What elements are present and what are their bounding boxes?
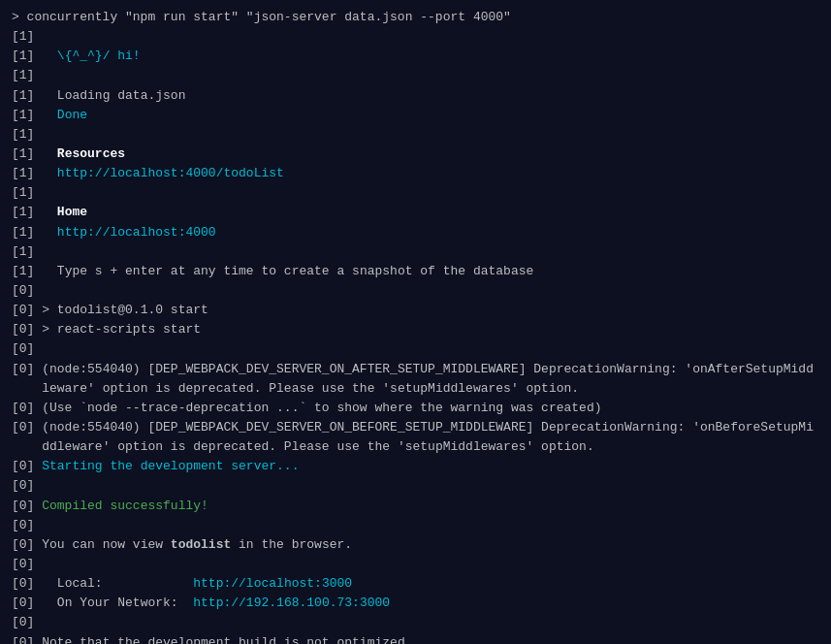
line-prefix: [0] xyxy=(12,555,42,574)
line-prefix: [0] xyxy=(12,360,42,399)
terminal-line: [0] xyxy=(12,613,819,632)
line-content xyxy=(42,476,819,496)
terminal-line: [0] xyxy=(12,281,819,301)
line-prefix: [0] xyxy=(12,535,42,555)
line-content: (node:554040) [DEP_WEBPACK_DEV_SERVER_ON… xyxy=(42,418,819,457)
line-prefix: [0] xyxy=(12,516,42,535)
line-content xyxy=(42,66,819,85)
terminal-line: [0] On Your Network: http://192.168.100.… xyxy=(12,594,819,613)
terminal-line: [0] Local: http://localhost:3000 xyxy=(12,574,819,594)
terminal-line: [1] xyxy=(12,183,819,203)
line-prefix: [1] xyxy=(12,27,42,47)
terminal-line: [1] http://localhost:4000 xyxy=(12,223,819,242)
line-prefix: [0] xyxy=(12,457,42,476)
line-prefix: [1] xyxy=(12,106,42,125)
line-content: http://localhost:4000 xyxy=(42,223,819,242)
line-content xyxy=(42,339,819,359)
terminal-line: [0] (Use `node --trace-deprecation ...` … xyxy=(12,399,819,418)
line-content xyxy=(42,27,819,47)
line-content: > concurrently "npm run start" "json-ser… xyxy=(12,8,819,27)
line-prefix: [1] xyxy=(12,223,42,242)
line-content: (node:554040) [DEP_WEBPACK_DEV_SERVER_ON… xyxy=(42,360,819,399)
line-content: Compiled successfully! xyxy=(42,497,819,516)
line-content xyxy=(42,555,819,574)
line-prefix: [0] xyxy=(12,574,42,594)
line-content: > react-scripts start xyxy=(42,320,819,339)
line-content: Local: http://localhost:3000 xyxy=(42,574,819,594)
line-content: On Your Network: http://192.168.100.73:3… xyxy=(42,594,819,613)
line-content xyxy=(42,183,819,203)
line-content xyxy=(42,613,819,632)
line-prefix: [0] xyxy=(12,301,42,320)
line-prefix: [1] xyxy=(12,262,42,281)
line-prefix: [1] xyxy=(12,86,42,106)
line-prefix: [1] xyxy=(12,145,42,164)
terminal-line: [1] Loading data.json xyxy=(12,86,819,106)
line-prefix: [1] xyxy=(12,125,42,145)
line-content xyxy=(42,242,819,262)
terminal: > concurrently "npm run start" "json-ser… xyxy=(12,8,819,644)
line-content: http://localhost:4000/todoList xyxy=(42,164,819,183)
line-prefix: [0] xyxy=(12,497,42,516)
line-content xyxy=(42,125,819,145)
terminal-line: [0] xyxy=(12,476,819,496)
terminal-line: [0] (node:554040) [DEP_WEBPACK_DEV_SERVE… xyxy=(12,360,819,399)
terminal-line: [0] > todolist@0.1.0 start xyxy=(12,301,819,320)
line-prefix: [1] xyxy=(12,242,42,262)
line-prefix: [0] xyxy=(12,281,42,301)
terminal-line: [1] Done xyxy=(12,106,819,125)
line-prefix: [0] xyxy=(12,339,42,359)
line-content: Done xyxy=(42,106,819,125)
terminal-line: [0] > react-scripts start xyxy=(12,320,819,339)
line-content: Starting the development server... xyxy=(42,457,819,476)
line-content: \{^_^}/ hi! xyxy=(42,47,819,66)
terminal-line: [1] Type s + enter at any time to create… xyxy=(12,262,819,281)
line-content: You can now view todolist in the browser… xyxy=(42,535,819,555)
line-prefix: [1] xyxy=(12,66,42,85)
line-content: Note that the development build is not o… xyxy=(42,633,819,645)
line-content xyxy=(42,281,819,301)
line-content xyxy=(42,516,819,535)
terminal-line: [0] Note that the development build is n… xyxy=(12,633,819,645)
line-content: Loading data.json xyxy=(42,86,819,106)
terminal-line: [0] Compiled successfully! xyxy=(12,497,819,516)
line-prefix: [0] xyxy=(12,418,42,457)
line-prefix: [0] xyxy=(12,399,42,418)
terminal-line: [1] \{^_^}/ hi! xyxy=(12,47,819,66)
terminal-line: [0] xyxy=(12,516,819,535)
line-prefix: [0] xyxy=(12,320,42,339)
terminal-line: [0] (node:554040) [DEP_WEBPACK_DEV_SERVE… xyxy=(12,418,819,457)
terminal-line: [0] xyxy=(12,555,819,574)
line-content: > todolist@0.1.0 start xyxy=(42,301,819,320)
terminal-line: [0] xyxy=(12,339,819,359)
terminal-line: [1] xyxy=(12,27,819,47)
line-prefix: [1] xyxy=(12,183,42,203)
terminal-line: [1] xyxy=(12,125,819,145)
terminal-line: [1] http://localhost:4000/todoList xyxy=(12,164,819,183)
terminal-line: [1] xyxy=(12,66,819,85)
line-content: Resources xyxy=(42,145,819,164)
line-prefix: [1] xyxy=(12,47,42,66)
line-prefix: [0] xyxy=(12,613,42,632)
terminal-line: [1] Resources xyxy=(12,145,819,164)
line-content: (Use `node --trace-deprecation ...` to s… xyxy=(42,399,819,418)
line-prefix: [1] xyxy=(12,164,42,183)
line-prefix: [0] xyxy=(12,633,42,645)
line-prefix: [0] xyxy=(12,476,42,496)
line-prefix: [1] xyxy=(12,203,42,222)
terminal-line: > concurrently "npm run start" "json-ser… xyxy=(12,8,819,27)
terminal-line: [0] Starting the development server... xyxy=(12,457,819,476)
line-prefix: [0] xyxy=(12,594,42,613)
terminal-line: [0] You can now view todolist in the bro… xyxy=(12,535,819,555)
terminal-line: [1] xyxy=(12,242,819,262)
line-content: Home xyxy=(42,203,819,222)
terminal-line: [1] Home xyxy=(12,203,819,222)
line-content: Type s + enter at any time to create a s… xyxy=(42,262,819,281)
